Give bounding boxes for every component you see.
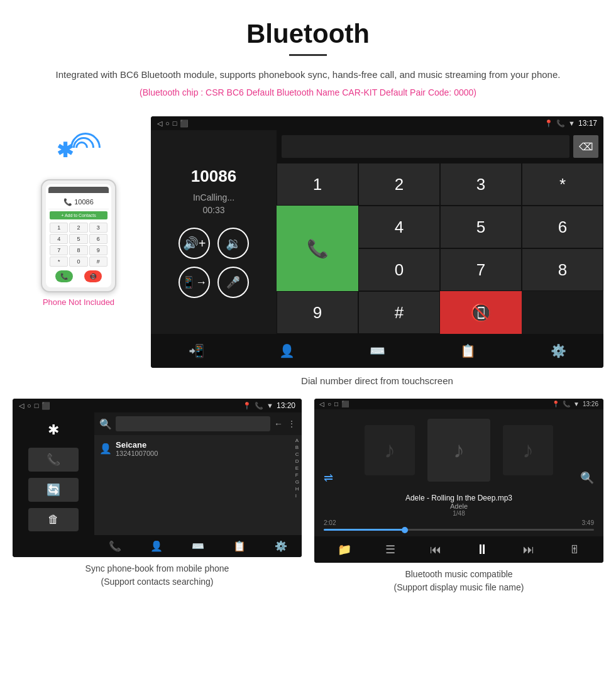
music-caption: Bluetooth music compatible (Support disp… [388,563,531,599]
pb-more-icon: ⋮ [287,418,297,429]
alpha-a: A [295,438,299,443]
current-time: 2:02 [324,519,336,526]
controls-row-1: 🔊+ 🔉 [179,228,249,259]
key-8[interactable]: 8 [522,248,603,291]
page-title: Bluetooth [13,19,603,49]
phone-mockup: 📞 10086 + Add to Contacts 1 2 3 4 5 6 7 … [41,179,116,292]
call-button[interactable]: 📞 [277,206,358,291]
pb-sync-btn[interactable]: 🔄 [28,478,79,502]
call-green-icon: 📞 [307,238,329,259]
location-icon: 📍 [544,119,553,128]
phonebook-item: ◁ ○ □ ⬛ 📍 📞 ▼ 13:20 ✱ 📞 🔄 [13,399,302,599]
pb-nav-keypad[interactable]: ⌨️ [192,540,204,552]
music-back-icon: ◁ [319,401,324,407]
calling-controls: 🔊+ 🔉 📱→ 🎤 [179,228,249,298]
progress-times: 2:02 3:49 [324,519,594,526]
music-folder-icon[interactable]: 📁 [338,543,351,556]
page-header: Bluetooth Integrated with BC6 Bluetooth … [0,0,616,116]
music-caption-line2: (Support display music file name) [394,582,524,592]
key-5[interactable]: 5 [440,206,522,248]
phone-transfer-nav-icon[interactable]: 📲 [182,340,211,362]
end-call-icon: 📵 [470,302,492,323]
phone-screen: 📞 10086 + Add to Contacts 1 2 3 4 5 6 7 … [46,184,111,287]
pb-call-btn[interactable]: 📞 [28,448,79,472]
screenshot-icon: ⬛ [180,119,189,128]
mute-button[interactable]: 🎤 [217,267,249,298]
pb-search-icon: 🔍 [99,418,112,430]
pb-recents-icon: □ [35,402,39,409]
pb-search-field[interactable] [116,416,270,431]
pb-contact-details: Seicane 13241007000 [116,440,158,457]
keypad-nav-icon[interactable]: ⌨️ [363,340,392,362]
pb-contact-number: 13241007000 [116,450,158,457]
phone-key: 0 [69,257,87,267]
calling-number: 10086 [191,167,236,186]
bottom-row: ◁ ○ □ ⬛ 📍 📞 ▼ 13:20 ✱ 📞 🔄 [0,399,616,612]
shuffle-icon[interactable]: ⇌ [324,471,333,485]
pb-right-status: 📍 📞 ▼ 13:20 [243,401,295,410]
music-next-icon[interactable]: ⏭ [523,543,534,556]
phonebook-caption-line1: Sync phone-book from mobile phone [85,563,229,573]
phone-key: # [89,257,107,267]
delete-button[interactable]: ⌫ [573,135,598,158]
key-2[interactable]: 2 [358,163,440,206]
pb-main: ✱ 📞 🔄 🗑 🔍 ← ⋮ 👤 [13,412,302,557]
music-screenshot-icon: ⬛ [341,401,349,407]
key-hash[interactable]: # [358,291,440,334]
right-status-icons: 📍 📞 ▼ 13:17 [544,119,597,128]
pb-contact-avatar-icon: 👤 [99,443,112,455]
settings-nav-icon[interactable]: ⚙️ [544,340,573,362]
contacts-nav-icon[interactable]: 👤 [273,340,301,362]
phone-keypad: 1 2 3 4 5 6 7 8 9 * 0 # [48,221,109,268]
transfer-button[interactable]: 📱→ [179,267,210,298]
key-3[interactable]: 3 [440,163,522,206]
music-eq-icon[interactable]: 🎚 [569,543,580,556]
progress-bar[interactable] [324,529,594,531]
pb-nav-phone[interactable]: 📞 [109,540,121,552]
home-icon: ○ [165,119,170,127]
pb-nav-transfer[interactable]: 📋 [233,540,246,552]
album-art-right: ♪ [503,425,553,475]
car-calling-screen: ◁ ○ □ ⬛ 📍 📞 ▼ 13:17 10086 InCalling... [151,116,603,368]
phonebook-screen: ◁ ○ □ ⬛ 📍 📞 ▼ 13:20 ✱ 📞 🔄 [13,399,302,557]
pb-nav-settings[interactable]: ⚙️ [275,540,287,552]
key-1[interactable]: 1 [277,163,358,206]
pb-nav-contacts[interactable]: 👤 [150,540,163,552]
pb-back-arrow: ← [274,419,283,429]
number-display-row: ⌫ [277,130,603,163]
end-call-button[interactable]: 📵 [440,291,522,334]
music-search-icon[interactable]: 🔍 [580,471,594,485]
music-prev-icon[interactable]: ⏮ [430,543,441,556]
volume-down-button[interactable]: 🔉 [217,228,249,259]
music-right-status: 📍 📞 ▼ 13:26 [552,401,598,407]
key-star[interactable]: * [522,163,603,206]
music-home-icon: ○ [327,401,331,407]
music-list-icon[interactable]: ☰ [385,543,395,556]
controls-row-2: 📱→ 🎤 [179,267,249,298]
transfer-icon: 📱→ [182,275,207,289]
key-7[interactable]: 7 [440,248,522,291]
volume-up-button[interactable]: 🔊+ [179,228,210,259]
phone-key: 6 [89,234,107,244]
music-wifi-icon: ▼ [573,401,580,407]
alpha-g: G [295,479,299,485]
music-progress: 2:02 3:49 [314,519,603,536]
alpha-f: F [295,472,299,478]
music-pause-button[interactable]: ⏸ [475,541,489,558]
pb-bluetooth-icon: ✱ [48,422,59,438]
music-nav-icons: ◁ ○ □ ⬛ [319,401,349,407]
key-6[interactable]: 6 [522,206,603,248]
key-9[interactable]: 9 [277,291,358,334]
pb-search-row: 🔍 ← ⋮ [94,412,302,435]
calling-left-panel: 10086 InCalling... 00:33 🔊+ 🔉 [151,130,277,334]
pb-contact-list: 🔍 ← ⋮ 👤 Seicane 13241007000 [94,412,302,557]
pb-nav-icons: ◁ ○ □ ⬛ [19,402,50,410]
pb-contact-item: 👤 Seicane 13241007000 [99,440,297,457]
bluetooth-nav-icon[interactable]: 📋 [454,340,482,362]
wifi-icon: ▼ [568,119,575,127]
key-0[interactable]: 0 [358,248,440,291]
key-4[interactable]: 4 [358,206,440,248]
phone-key: 2 [69,223,87,233]
pb-delete-btn[interactable]: 🗑 [28,508,79,531]
phone-number-display: 📞 10086 [48,196,109,209]
